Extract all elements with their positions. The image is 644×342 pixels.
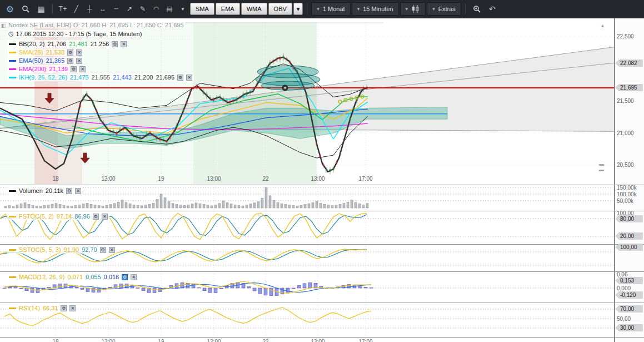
zoom-in-icon[interactable] <box>470 2 484 16</box>
legend-close-icon[interactable]: ✕ <box>76 49 82 56</box>
chart-canvas[interactable] <box>0 18 644 342</box>
volume-bar <box>327 205 330 208</box>
legend-close-icon[interactable]: ✕ <box>79 66 86 72</box>
candle-body <box>353 108 355 110</box>
legend-settings-icon[interactable]: ⚙ <box>122 274 128 280</box>
volume-bar <box>179 205 182 208</box>
chart-type-dropdown[interactable]: ▾ <box>400 2 426 16</box>
legend-settings-icon[interactable]: ⚙ <box>71 66 77 72</box>
fstoc-legend-row: FSTOC(5, 2)97,1486,96⚙✕ <box>7 212 109 220</box>
legend-close-icon[interactable]: ✕ <box>121 41 127 47</box>
tools-dropdown-caret-icon[interactable]: ▾ <box>177 3 189 15</box>
candle-body <box>116 132 118 135</box>
volume-bar <box>129 204 131 208</box>
volume-bar <box>203 205 205 208</box>
extras-dropdown[interactable]: ▾ Extras <box>427 2 461 16</box>
clipped-time-label: 13:00 <box>311 339 325 342</box>
legend-close-icon[interactable]: ✕ <box>102 214 108 220</box>
macd-histogram-bar <box>364 288 367 288</box>
legend-settings-icon[interactable]: ⚙ <box>61 305 67 311</box>
extras-dropdown-label: Extras <box>438 6 456 12</box>
legend-close-icon[interactable]: ✕ <box>186 75 192 81</box>
legend-value: 21,200 <box>134 74 153 81</box>
arrow-tool-button[interactable]: ↗ <box>123 3 136 15</box>
candle-body <box>153 134 154 136</box>
legend-color-swatch <box>9 68 16 70</box>
candle-body <box>93 102 94 105</box>
candle-body <box>286 58 288 60</box>
settings-icon[interactable]: ⚙ <box>3 2 17 16</box>
legend-close-icon[interactable]: ✕ <box>75 188 81 194</box>
wma-button[interactable]: WMA <box>241 3 267 15</box>
candle-body <box>360 93 361 94</box>
volume-bar <box>230 204 232 208</box>
macd-histogram-bar <box>142 288 145 291</box>
volume-bar <box>292 205 294 208</box>
obv-dropdown-caret-icon[interactable]: ▾ <box>293 3 303 15</box>
candle-body <box>89 97 91 99</box>
volume-bar <box>300 205 302 208</box>
candle-body <box>139 137 141 140</box>
macd-histogram-bar <box>75 287 78 288</box>
time-range-row: ◷ 17.06.2015 12:30 - 17:15 (5 Tage, 15 M… <box>7 30 143 37</box>
dashed-line-tool-button[interactable]: ┄ <box>110 3 122 15</box>
candle-body <box>143 137 144 138</box>
toolbar-separator <box>307 3 307 14</box>
obv-button[interactable]: OBV <box>268 3 292 15</box>
volume-bar <box>331 206 333 208</box>
candle-body <box>269 62 271 65</box>
legend-settings-icon[interactable]: ⚙ <box>66 188 72 194</box>
hline-tool-button[interactable]: ↔ <box>97 3 109 15</box>
line-tool-button[interactable]: ╱ <box>70 3 82 15</box>
volume-bar <box>109 205 112 208</box>
axis-menu-icon[interactable]: ▬▬ <box>599 161 604 172</box>
sma-button[interactable]: SMA <box>190 3 214 15</box>
legend-settings-icon[interactable]: ⚙ <box>112 41 118 47</box>
legend-value: 0,055 <box>86 274 101 280</box>
legend-settings-icon[interactable]: ⚙ <box>67 58 73 64</box>
candle-body <box>156 137 158 140</box>
legend-close-icon[interactable]: ✕ <box>76 58 82 64</box>
volume-bar <box>304 205 306 208</box>
legend-settings-icon[interactable]: ⚙ <box>93 214 99 220</box>
legend-color-swatch <box>9 43 16 45</box>
ema-button[interactable]: EMA <box>216 3 240 15</box>
undo-icon[interactable]: ↶ <box>485 2 500 16</box>
layout-grid-icon[interactable]: ▦ <box>34 2 48 16</box>
left-strip-icon[interactable]: ◧ <box>1 23 6 28</box>
macd-histogram-bar <box>47 288 51 288</box>
macd-histogram-bar <box>253 288 256 291</box>
volume-bar <box>226 202 228 208</box>
macd-histogram-bar <box>214 288 217 293</box>
candle-body <box>323 164 325 166</box>
legend-settings-icon[interactable]: ⚙ <box>67 49 73 56</box>
arc-tool-button[interactable]: ◠ <box>150 3 162 15</box>
channel-tool-button[interactable]: ▤ <box>163 3 176 15</box>
candle-body <box>249 91 251 93</box>
candle-body <box>99 117 101 120</box>
volume-bar <box>106 205 108 208</box>
volume-bar <box>351 200 353 208</box>
text-tool-button[interactable]: T+ <box>57 3 69 15</box>
candle-body <box>113 131 114 133</box>
macd-histogram-bar <box>136 288 139 289</box>
candle-body <box>86 93 88 95</box>
legend-settings-icon[interactable]: ⚙ <box>100 247 106 253</box>
pencil-tool-button[interactable]: ✎ <box>137 3 149 15</box>
candle-body <box>166 141 168 142</box>
macd-histogram-bar <box>292 288 295 289</box>
interval-dropdown[interactable]: ▾ 15 Minuten <box>352 2 399 16</box>
macd-histogram-bar <box>8 287 12 288</box>
crosshair-tool-button[interactable]: ┼ <box>83 3 96 15</box>
sstoc-legend-row: SSTOC(5, 5, 3)91,9092,70⚙✕ <box>7 246 117 254</box>
legend-close-icon[interactable]: ✕ <box>69 305 76 311</box>
indicator-legend-row: EMA(200)21,139⚙✕ <box>7 65 87 73</box>
legend-close-icon[interactable]: ✕ <box>109 247 115 253</box>
legend-settings-icon[interactable]: ⚙ <box>177 75 183 81</box>
search-icon[interactable] <box>18 2 33 16</box>
volume-bar <box>4 206 7 208</box>
legend-close-icon[interactable]: ✕ <box>131 274 137 280</box>
axis-scroll-up-icon[interactable]: ▲ <box>600 23 605 28</box>
interval-dropdown-label: 15 Minuten <box>363 6 393 12</box>
range-dropdown[interactable]: ▾ 1 Monat <box>311 2 350 16</box>
